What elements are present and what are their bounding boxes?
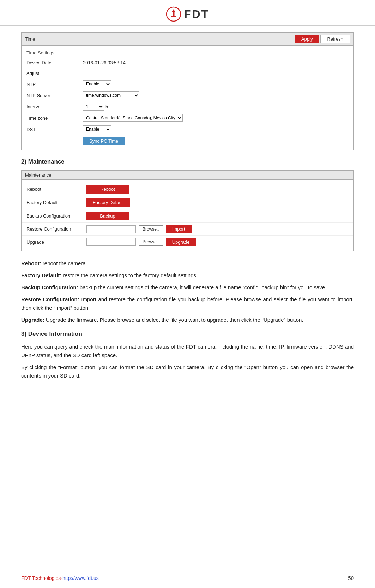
logo: FDT: [166, 6, 209, 22]
dst-label: DST: [26, 127, 83, 132]
sync-row: Sync PC Time: [22, 135, 353, 147]
page-header: FDT: [0, 0, 375, 26]
sync-pc-time-button[interactable]: Sync PC Time: [83, 137, 125, 145]
footer-page-number: 50: [348, 575, 354, 581]
device-date-row: Device Date 2016-01-26 03:58:14: [22, 57, 353, 68]
time-panel-buttons: Apply Refresh: [295, 35, 350, 43]
upgrade-browse-button[interactable]: Browse..: [139, 238, 163, 246]
ntp-select[interactable]: Enable Disable: [83, 80, 111, 88]
restore-config-row: Restore Configuration Browse.. Import: [22, 223, 353, 236]
factory-default-row: Factory Default Factory Default: [22, 196, 353, 209]
svg-marker-1: [172, 9, 175, 12]
device-date-value: 2016-01-26 03:58:14: [83, 60, 126, 65]
interval-label: Interval: [26, 104, 83, 109]
ntp-server-row: NTP Server time.windows.com: [22, 90, 353, 101]
time-panel-topbar: Time Apply Refresh: [22, 33, 353, 46]
section3-paragraph2: By clicking the “Format” button, you can…: [21, 363, 354, 380]
footer-link[interactable]: http://www.fdt.us: [62, 575, 99, 581]
timezone-row: Time zone Central Standard(US and Canada…: [22, 112, 353, 124]
time-panel: Time Apply Refresh Time Settings Device …: [21, 32, 354, 150]
backup-config-row: Backup Configuration Backup: [22, 209, 353, 223]
factory-default-button[interactable]: Factory Default: [86, 198, 130, 207]
restore-browse-button[interactable]: Browse..: [139, 225, 163, 233]
interval-row: Interval 1 2 4 h: [22, 101, 353, 112]
ntp-row: NTP Enable Disable: [22, 78, 353, 90]
section2-title: 2) Maintenance: [21, 158, 354, 165]
factory-default-label: Factory Default: [26, 200, 86, 205]
svg-rect-2: [173, 12, 174, 17]
adjust-row: Adjust: [22, 68, 353, 78]
apply-button[interactable]: Apply: [295, 35, 319, 43]
factory-default-controls: Factory Default: [86, 198, 130, 207]
reboot-button[interactable]: Reboot: [86, 185, 129, 194]
footer-brand-text: FDT Technologies-http://www.fdt.us: [21, 575, 99, 581]
ntp-label: NTP: [26, 82, 83, 87]
upgrade-controls: Browse.. Upgrade: [86, 238, 196, 246]
backup-button[interactable]: Backup: [86, 212, 129, 220]
backup-config-label: Backup Configuration: [26, 213, 86, 219]
time-settings-label: Time Settings: [22, 48, 353, 57]
restore-config-controls: Browse.. Import: [86, 225, 192, 233]
dst-row: DST Enable Disable: [22, 124, 353, 135]
svg-rect-3: [171, 16, 176, 17]
device-date-label: Device Date: [26, 60, 83, 65]
reboot-row: Reboot Reboot: [22, 183, 353, 196]
factory-default-paragraph: Factory Default: restore the camera sett…: [21, 271, 354, 280]
maintenance-panel-header: Maintenance: [22, 171, 353, 180]
reboot-label: Reboot: [26, 186, 86, 192]
timezone-select[interactable]: Central Standard(US and Canada), Mexico …: [83, 114, 183, 122]
dst-select[interactable]: Enable Disable: [83, 125, 111, 133]
ntp-server-select[interactable]: time.windows.com: [83, 91, 139, 99]
footer-fdt: FDT Technologies-: [21, 575, 62, 581]
upgrade-row: Upgrade Browse.. Upgrade: [22, 236, 353, 248]
ntp-server-label: NTP Server: [26, 93, 83, 98]
footer-brand: FDT Technologies-http://www.fdt.us: [21, 575, 99, 581]
backup-config-paragraph: Backup Configuration: backup the current…: [21, 283, 354, 292]
backup-config-controls: Backup: [86, 212, 129, 220]
upgrade-label: Upgrade: [26, 239, 86, 245]
reboot-controls: Reboot: [86, 185, 129, 194]
restore-config-label: Restore Configuration: [26, 226, 86, 232]
upgrade-input[interactable]: [86, 238, 136, 246]
logo-text: FDT: [184, 8, 209, 21]
fdt-logo-icon: [166, 6, 181, 22]
time-panel-title: Time: [25, 36, 35, 42]
upgrade-paragraph: Upgrade: Upgrade the firmware. Please br…: [21, 316, 354, 324]
adjust-label: Adjust: [26, 71, 83, 76]
maintenance-panel-body: Reboot Reboot Factory Default Factory De…: [22, 180, 353, 251]
timezone-label: Time zone: [26, 115, 83, 121]
restore-config-paragraph: Restore Configuration: Import and restor…: [21, 295, 354, 312]
section3-title: 3) Device Information: [21, 331, 354, 338]
restore-config-input[interactable]: [86, 225, 136, 233]
body-text-section: Reboot: reboot the camera. Factory Defau…: [21, 259, 354, 324]
reboot-paragraph: Reboot: reboot the camera.: [21, 259, 354, 268]
import-button[interactable]: Import: [166, 225, 192, 233]
upgrade-button[interactable]: Upgrade: [166, 238, 196, 246]
section3-paragraph1: Here you can query and check the main in…: [21, 343, 354, 360]
interval-unit: h: [105, 104, 108, 109]
main-content: Time Apply Refresh Time Settings Device …: [0, 32, 375, 380]
time-panel-body: Time Settings Device Date 2016-01-26 03:…: [22, 46, 353, 150]
refresh-button[interactable]: Refresh: [320, 35, 350, 43]
footer: FDT Technologies-http://www.fdt.us 50: [21, 575, 354, 581]
interval-select[interactable]: 1 2 4: [83, 103, 104, 111]
maintenance-panel: Maintenance Reboot Reboot Factory Defaul…: [21, 170, 354, 251]
